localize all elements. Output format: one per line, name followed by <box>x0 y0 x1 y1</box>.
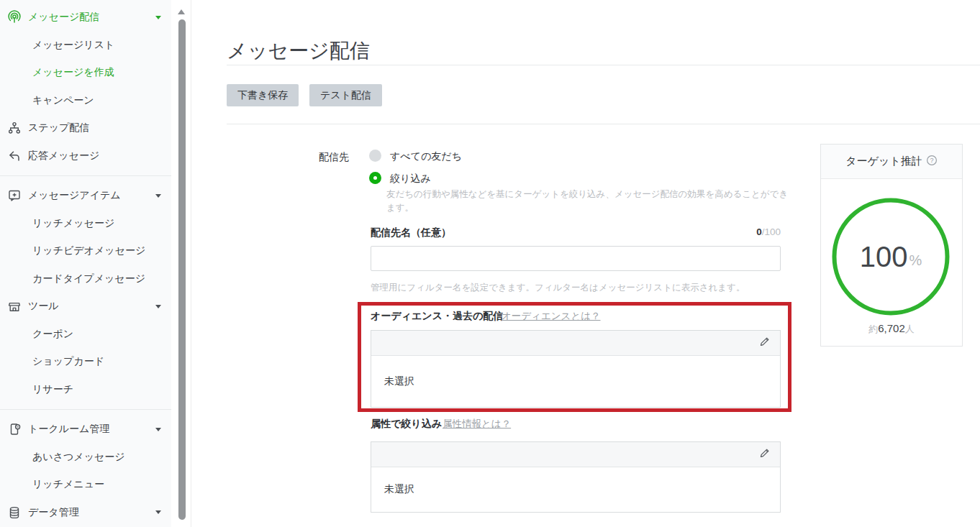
line-oa-manager-app: メッセージ配信 メッセージリスト メッセージを作成 キャンペーン ステップ <box>0 0 980 527</box>
target-estimate-panel: ターゲット推計 ? 100 % 約6,702人 <box>820 144 963 347</box>
sidebar-item-talkroom-management[interactable]: トークルーム管理 <box>0 416 171 444</box>
svg-text:?: ? <box>930 157 933 164</box>
target-percent-value: 100 <box>860 241 908 273</box>
sidebar-item-coupon[interactable]: クーポン <box>0 321 171 349</box>
target-count: 約6,702人 <box>821 322 962 336</box>
char-counter-current: 0 <box>756 226 762 237</box>
attribute-select-box: 未選択 <box>371 441 781 513</box>
target-estimate-header: ターゲット推計 ? <box>821 145 962 179</box>
target-percent: 100 % <box>830 196 951 317</box>
attribute-edit-bar[interactable] <box>371 442 780 467</box>
sidebar-item-message-broadcast[interactable]: メッセージ配信 <box>0 4 171 32</box>
sidebar-item-data-management[interactable]: データ管理 <box>0 499 171 527</box>
sidebar-item-greeting-message[interactable]: あいさつメッセージ <box>0 444 171 472</box>
recipient-name-help-text: 管理用にフィルター名を設定できます。フィルター名はメッセージリストに表示されます… <box>371 282 745 294</box>
sidebar-item-campaign[interactable]: キャンペーン <box>0 87 171 115</box>
target-percent-unit: % <box>909 252 922 269</box>
scroll-up-arrow-icon[interactable] <box>178 9 185 14</box>
broadcast-icon <box>7 10 22 24</box>
step-broadcast-icon <box>7 121 22 135</box>
chevron-down-icon <box>155 16 161 19</box>
sidebar-item-rich-message[interactable]: リッチメッセージ <box>0 210 171 238</box>
attribute-label: 属性で絞り込み <box>371 418 442 431</box>
help-question-icon[interactable]: ? <box>926 155 938 168</box>
target-count-suffix: 人 <box>905 324 915 334</box>
filter-help-text: 友だちの行動や属性などを基にターゲットを絞り込み、メッセージ配信の効果を高めるこ… <box>386 188 794 215</box>
sidebar: メッセージ配信 メッセージリスト メッセージを作成 キャンペーン ステップ <box>0 0 171 527</box>
recipient-label: 配信先 <box>319 151 349 164</box>
audience-label: オーディエンス・過去の配信 <box>371 310 503 323</box>
attribute-selected-value: 未選択 <box>371 467 780 512</box>
divider <box>227 65 980 65</box>
radio-all-friends-label[interactable]: すべての友だち <box>390 150 462 163</box>
audience-selected-value: 未選択 <box>371 356 780 407</box>
sidebar-item-message-list[interactable]: メッセージリスト <box>0 32 171 60</box>
message-item-icon <box>7 188 22 203</box>
sidebar-item-message-items[interactable]: メッセージアイテム <box>0 182 171 210</box>
pencil-icon[interactable] <box>758 446 771 462</box>
audience-select-box: 未選択 <box>371 330 781 408</box>
target-estimate-title: ターゲット推計 <box>845 155 922 168</box>
page-title: メッセージ配信 <box>227 37 370 65</box>
talkroom-icon <box>7 422 22 436</box>
chevron-down-icon <box>155 194 161 198</box>
sidebar-item-auto-reply[interactable]: 応答メッセージ <box>0 142 171 170</box>
sidebar-item-rich-menu[interactable]: リッチメニュー <box>0 471 171 499</box>
char-counter-max: /100 <box>762 226 781 237</box>
sidebar-item-create-message[interactable]: メッセージを作成 <box>0 59 171 87</box>
audience-info-link[interactable]: オーディエンスとは？ <box>502 310 601 323</box>
sidebar-divider <box>0 175 171 176</box>
database-icon <box>7 505 22 520</box>
radio-filter-label[interactable]: 絞り込み <box>390 173 431 185</box>
chevron-down-icon <box>155 428 161 431</box>
sidebar-item-step-broadcast[interactable]: ステップ配信 <box>0 114 171 142</box>
sidebar-item-rich-video-message[interactable]: リッチビデオメッセージ <box>0 237 171 265</box>
test-send-button[interactable]: テスト配信 <box>309 84 382 106</box>
sidebar-item-tools[interactable]: ツール <box>0 293 171 321</box>
chevron-down-icon <box>155 305 161 308</box>
sidebar-item-shop-card[interactable]: ショップカード <box>0 348 171 376</box>
sidebar-scrollbar[interactable] <box>171 0 191 527</box>
radio-all-friends[interactable] <box>369 150 381 162</box>
scrollbar-thumb[interactable] <box>178 19 186 520</box>
target-count-prefix: 約 <box>868 324 878 334</box>
sidebar-item-card-type-message[interactable]: カードタイプメッセージ <box>0 265 171 293</box>
reply-icon <box>7 149 22 163</box>
sidebar-item-research[interactable]: リサーチ <box>0 376 171 404</box>
recipient-name-label: 配信先名（任意） <box>371 226 451 239</box>
recipient-name-input[interactable] <box>371 246 781 271</box>
char-counter: 0/100 <box>673 226 781 237</box>
save-draft-button[interactable]: 下書き保存 <box>227 84 299 106</box>
pencil-icon[interactable] <box>758 335 771 351</box>
audience-edit-bar[interactable] <box>371 331 780 356</box>
sidebar-divider <box>0 409 171 410</box>
chevron-down-icon <box>155 510 161 514</box>
target-count-value: 6,702 <box>878 322 905 334</box>
radio-filter[interactable] <box>369 172 381 184</box>
attribute-info-link[interactable]: 属性情報とは？ <box>443 418 511 431</box>
divider <box>227 124 980 124</box>
storefront-icon <box>7 299 22 313</box>
